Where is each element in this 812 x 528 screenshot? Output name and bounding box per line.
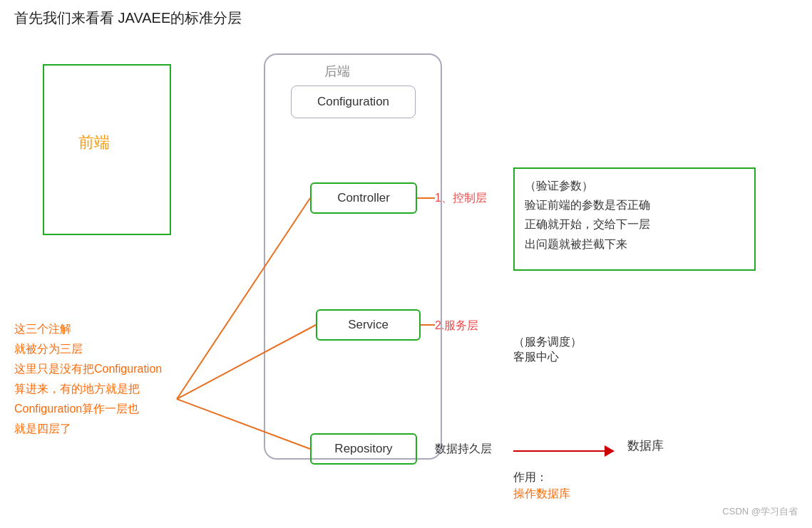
page-title: 首先我们来看看 JAVAEE的标准分层 [14, 9, 242, 28]
repository-label: Repository [334, 442, 392, 456]
db-usage-title: 作用： [513, 470, 548, 485]
service-sublabel: （服务调度） 客服中心 [513, 335, 582, 365]
service-sublabel-1: （服务调度） [513, 335, 582, 350]
annotation-text: （验证参数） 验证前端的参数是否正确 正确就开始，交给下一层 出问题就被拦截下来 [525, 176, 744, 254]
frontend-label: 前端 [78, 132, 110, 153]
db-arrow-line [513, 450, 606, 452]
backend-title: 后端 [324, 63, 350, 80]
service-label: Service [348, 318, 389, 332]
controller-label: Controller [337, 191, 390, 205]
db-label: 数据库 [627, 438, 664, 454]
left-annotation-line6: 就是四层了 [14, 419, 162, 439]
left-annotation: 这三个注解 就被分为三层 这里只是没有把Configuration 算进来，有的… [14, 319, 162, 439]
controller-annotation-box: （验证参数） 验证前端的参数是否正确 正确就开始，交给下一层 出问题就被拦截下来 [513, 167, 756, 271]
annotation-line1: （验证参数） [525, 176, 744, 195]
watermark: CSDN @学习自省 [722, 505, 798, 518]
configuration-box: Configuration [291, 86, 416, 118]
service-box: Service [316, 309, 421, 341]
annotation-line4: 出问题就被拦截下来 [525, 234, 744, 254]
annotation-line3: 正确就开始，交给下一层 [525, 214, 744, 234]
layer1-label: 1、控制层 [435, 191, 487, 206]
repository-box: Repository [310, 433, 417, 465]
service-sublabel-2: 客服中心 [513, 350, 582, 365]
configuration-label: Configuration [317, 95, 389, 109]
db-arrow-head [605, 445, 615, 457]
layer3-label: 数据持久层 [435, 442, 492, 457]
annotation-line2: 验证前端的参数是否正确 [525, 195, 744, 214]
layer2-label: 2.服务层 [435, 319, 478, 333]
db-usage-detail: 操作数据库 [513, 487, 570, 502]
left-annotation-line2: 就被分为三层 [14, 339, 162, 359]
left-annotation-line5: Configuration算作一层也 [14, 399, 162, 419]
left-annotation-line3: 这里只是没有把Configuration [14, 359, 162, 379]
left-annotation-line1: 这三个注解 [14, 319, 162, 339]
controller-box: Controller [310, 182, 417, 214]
left-annotation-line4: 算进来，有的地方就是把 [14, 379, 162, 399]
